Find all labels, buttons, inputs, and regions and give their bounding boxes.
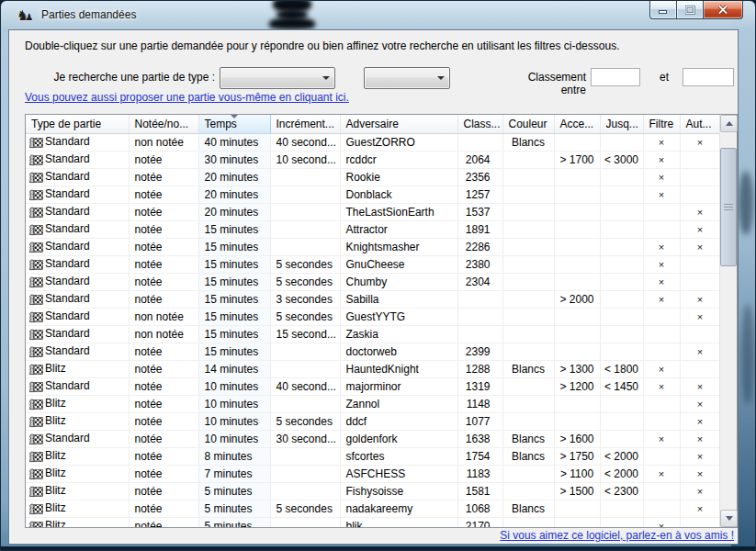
- cell-color: Blancs: [502, 361, 554, 378]
- table-row[interactable]: Standardnotée20 minutesDonblack1257×: [26, 186, 720, 204]
- table-row[interactable]: Standardnotée15 minutesAttractor1891×: [26, 221, 720, 239]
- table-row[interactable]: Blitznotée5 minutes5 secondesnadakareemy…: [26, 500, 720, 518]
- cell-accept-below: [600, 431, 643, 448]
- cell-accept-below: [600, 326, 643, 343]
- cell-rated: notée: [129, 518, 198, 528]
- cell-accept-below: < 2000: [600, 448, 643, 466]
- table-row[interactable]: Standardnotée15 minutes5 secondesGnuChee…: [26, 256, 720, 274]
- cell-rating: [457, 134, 502, 152]
- table-row[interactable]: Standardnotée10 minutes30 second...golde…: [26, 431, 720, 448]
- column-header-adversaire[interactable]: Adversaire: [340, 115, 457, 134]
- table-row[interactable]: Blitznotée14 minutesHauntedKnight1288Bla…: [26, 361, 720, 378]
- table-row[interactable]: Blitznotée5 minutesFishysoisse1581> 1500…: [26, 483, 720, 500]
- table-row[interactable]: Blitznotée8 minutessfcortes1754Blancs> 1…: [26, 448, 720, 466]
- scroll-up-button[interactable]: [720, 115, 738, 132]
- games-table-grid: Type de partie Notée/no... Temps Incréme…: [26, 115, 720, 527]
- vertical-scrollbar[interactable]: [719, 115, 737, 527]
- cell-accept-below: < 2300: [600, 483, 643, 500]
- cell-rated: notée: [129, 291, 198, 309]
- table-row[interactable]: Standardnon notée15 minutes15 second...Z…: [26, 326, 720, 343]
- cell-auto: [680, 186, 720, 204]
- table-row[interactable]: Blitznotée10 minutes5 secondesddcf1077×: [26, 413, 720, 431]
- table-row[interactable]: Blitznotée7 minutesASFCHESS1183> 1100< 2…: [26, 466, 720, 483]
- cell-color: [502, 396, 554, 413]
- cell-filter: ×: [643, 274, 680, 291]
- scroll-down-button[interactable]: [720, 510, 738, 527]
- table-row[interactable]: Blitznotée10 minutesZannol1148×: [26, 396, 720, 413]
- table-row[interactable]: Standardnotée15 minutesKnightsmasher2286…: [26, 239, 720, 256]
- game-type-combo-2[interactable]: [364, 67, 450, 89]
- chess-seek-icon: [28, 205, 43, 219]
- propose-game-link[interactable]: Vous pouvez aussi proposer une partie vo…: [25, 91, 349, 104]
- table-row[interactable]: Standardnotée15 minutesdoctorweb2399×: [26, 343, 720, 361]
- table-row[interactable]: Standardnotée10 minutes40 second...major…: [26, 378, 720, 396]
- cell-accept-above: [554, 518, 600, 528]
- maximize-button[interactable]: [676, 1, 704, 19]
- column-header-classement[interactable]: Class...: [457, 115, 502, 134]
- cell-increment: [270, 448, 340, 466]
- cell-time: 5 minutes: [198, 518, 270, 528]
- cell-opponent: sfcortes: [340, 448, 457, 466]
- column-header-type[interactable]: Type de partie: [26, 115, 129, 134]
- cell-time: 10 minutes: [198, 413, 270, 431]
- column-header-filtre[interactable]: Filtre: [643, 115, 680, 134]
- minimize-button[interactable]: [649, 1, 676, 19]
- cell-type: Standard: [26, 221, 129, 239]
- cell-filter: ×: [643, 239, 680, 256]
- cell-type: Standard: [26, 204, 129, 221]
- column-header-rated[interactable]: Notée/no...: [129, 115, 198, 134]
- column-header-temps[interactable]: Temps: [198, 115, 270, 134]
- cell-time: 30 minutes: [198, 152, 270, 169]
- cell-rated: notée: [129, 396, 198, 413]
- cell-color: Blancs: [502, 500, 554, 518]
- cell-time: 10 minutes: [198, 396, 270, 413]
- cell-rating: 2399: [457, 343, 502, 361]
- minimize-icon: [659, 6, 668, 14]
- cell-rated: non notée: [129, 134, 198, 152]
- cell-rating: 1148: [457, 396, 502, 413]
- cell-time: 10 minutes: [198, 378, 270, 396]
- column-header-couleur[interactable]: Couleur: [502, 115, 554, 134]
- cell-opponent: Donblack: [340, 186, 457, 204]
- cell-increment: [270, 169, 340, 186]
- cell-type: Blitz: [26, 413, 129, 431]
- table-row[interactable]: Standardnotée15 minutes5 secondesChumby2…: [26, 274, 720, 291]
- cell-filter: ×: [643, 152, 680, 169]
- cell-increment: 5 secondes: [270, 256, 340, 274]
- close-button[interactable]: [704, 1, 743, 19]
- cell-auto: ×: [680, 309, 720, 326]
- share-software-link[interactable]: Si vous aimez ce logiciel, parlez-en à v…: [9, 529, 734, 542]
- window-title: Parties demandées: [41, 8, 136, 21]
- column-header-accepte[interactable]: Acce...: [554, 115, 600, 134]
- table-row[interactable]: Standardnotée15 minutes3 secondesSabilla…: [26, 291, 720, 309]
- cell-opponent: GuestZORRO: [340, 134, 457, 152]
- scrollbar-thumb[interactable]: [720, 148, 737, 266]
- table-row[interactable]: Standardnotée30 minutes10 second...rcddc…: [26, 152, 720, 169]
- table-row[interactable]: Standardnon notée40 minutes40 second...G…: [26, 134, 720, 152]
- cell-opponent: GnuCheese: [340, 256, 457, 274]
- column-header-auto[interactable]: Aut...: [680, 115, 720, 134]
- rating-max-input[interactable]: [683, 68, 734, 86]
- cell-increment: [270, 239, 340, 256]
- rating-min-input[interactable]: [591, 68, 640, 86]
- table-row[interactable]: Blitznotée5 minutesblik2170×: [26, 518, 720, 528]
- column-header-increment[interactable]: Incrément...: [270, 115, 340, 134]
- chess-seek-icon: [28, 484, 43, 498]
- cell-opponent: GuestYYTG: [340, 309, 457, 326]
- cell-opponent: rcddcr: [340, 152, 457, 169]
- cell-filter: ×: [643, 431, 680, 448]
- column-header-jusqua[interactable]: Jusq...: [600, 115, 643, 134]
- table-row[interactable]: Standardnotée20 minutesRookie2356×: [26, 169, 720, 186]
- game-type-combo-1[interactable]: [220, 67, 335, 89]
- cell-rating: 1288: [457, 361, 502, 378]
- table-row[interactable]: Standardnon notée15 minutes5 secondesGue…: [26, 309, 720, 326]
- cell-auto: ×: [680, 221, 720, 239]
- cell-opponent: blik: [340, 518, 457, 528]
- cell-type: Standard: [26, 431, 129, 448]
- cell-rated: notée: [129, 466, 198, 483]
- table-row[interactable]: Standardnotée20 minutesTheLastSionEarth1…: [26, 204, 720, 221]
- title-bar[interactable]: ♞♟ Parties demandées: [1, 1, 755, 29]
- cell-accept-above: [554, 204, 600, 221]
- rating-range-label: Classement entre: [502, 71, 586, 96]
- chevron-down-icon: [434, 70, 447, 86]
